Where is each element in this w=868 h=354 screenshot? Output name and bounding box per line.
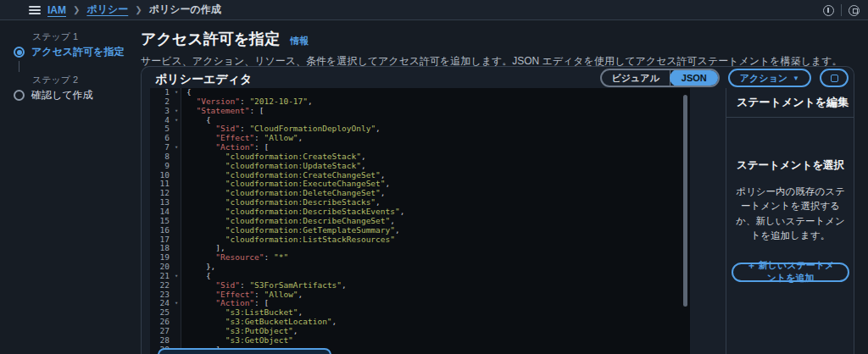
code-line: 3▾ "Statement": [ (150, 107, 690, 116)
chevron-right-icon: ❯ (73, 5, 80, 14)
window-icon (831, 75, 838, 82)
fold-arrow-icon[interactable]: ▾ (172, 88, 181, 97)
policy-editor-container: ポリシーエディタ ビジュアル JSON アクション ▼ 1▾{2 "Versio… (141, 66, 854, 354)
fold-arrow-icon[interactable]: ▾ (172, 116, 181, 125)
code-line: 19 "Resource": "*" (150, 253, 690, 263)
line-number: 9 (150, 162, 172, 171)
maximize-editor-button[interactable] (820, 69, 849, 87)
fold-gutter (172, 189, 181, 198)
info-link[interactable]: 情報 (291, 36, 309, 46)
fold-gutter (172, 308, 181, 318)
fold-gutter (172, 235, 181, 245)
fold-gutter (172, 207, 181, 217)
hamburger-menu-icon[interactable] (29, 4, 41, 16)
line-number: 16 (150, 226, 172, 235)
breadcrumb: IAM ❯ ポリシー ❯ ポリシーの作成 (47, 3, 221, 17)
fold-gutter (172, 253, 181, 263)
page-header: アクセス許可を指定 情報 サービス、アクション、リソース、条件を選択してアクセス… (141, 29, 853, 69)
code-line: 17 "cloudformation:ListStackResources" (150, 235, 690, 245)
policy-editor-title: ポリシーエディタ (155, 72, 252, 87)
json-code-editor[interactable]: 1▾{2 "Version": "2012-10-17",3▾ "Stateme… (150, 88, 690, 354)
statement-empty-title: ステートメントを選択 (732, 158, 849, 173)
editor-mode-toggle: ビジュアル JSON (600, 69, 720, 87)
add-statement-button[interactable]: ＋ 新しいステートメントを追加 (732, 263, 849, 282)
statement-empty-body: ポリシー内の既存のステートメントを選択するか、新しいステートメントを追加します。 (732, 185, 849, 243)
fold-gutter (172, 336, 181, 346)
editor-bottom-popup[interactable] (158, 348, 331, 354)
step2-title[interactable]: 確認して作成 (31, 88, 93, 102)
fold-gutter (172, 162, 181, 171)
line-number: 28 (150, 336, 172, 346)
fold-gutter (172, 171, 181, 180)
breadcrumb-link-policies[interactable]: ポリシー (86, 3, 128, 17)
wizard-steps-nav: ステップ 1 アクセス許可を指定 ステップ 2 確認して作成 (14, 30, 132, 102)
fold-arrow-icon[interactable]: ▾ (172, 272, 181, 281)
fold-gutter (172, 290, 181, 300)
divider (841, 4, 842, 16)
fold-gutter (172, 217, 181, 226)
fold-gutter (172, 226, 181, 235)
fold-gutter (172, 134, 181, 143)
step2-label: ステップ 2 (32, 74, 132, 86)
caret-down-icon: ▼ (793, 75, 799, 82)
fold-arrow-icon[interactable]: ▾ (172, 107, 181, 116)
fold-gutter (172, 152, 181, 162)
fold-gutter (172, 124, 181, 134)
radio-selected-icon (14, 47, 25, 58)
fold-gutter (172, 244, 181, 253)
statement-panel-header: ステートメントを編集 (726, 88, 854, 118)
info-circle-icon[interactable] (823, 5, 834, 16)
step-connector-line (19, 61, 19, 72)
actions-dropdown-button[interactable]: アクション ▼ (728, 69, 811, 87)
page-title: アクセス許可を指定 (141, 30, 280, 47)
breadcrumb-current: ポリシーの作成 (149, 3, 221, 17)
code-lines: 1▾{2 "Version": "2012-10-17",3▾ "Stateme… (150, 88, 690, 354)
line-number: 22 (150, 281, 172, 290)
breadcrumb-bar: IAM ❯ ポリシー ❯ ポリシーの作成 (0, 0, 868, 20)
policy-editor-header: ポリシーエディタ ビジュアル JSON アクション ▼ (142, 67, 854, 88)
toggle-visual[interactable]: ビジュアル (602, 70, 670, 86)
line-number: 3 (150, 107, 172, 116)
fold-gutter (172, 97, 181, 107)
editor-scrollbar-thumb[interactable] (683, 95, 687, 307)
gear-circle-icon[interactable] (849, 5, 860, 16)
fold-gutter (172, 318, 181, 327)
radio-unselected-icon (14, 90, 25, 101)
step1-row[interactable]: アクセス許可を指定 (14, 45, 132, 59)
code-line: 28 "s3:GetObject" (150, 336, 690, 346)
fold-gutter (172, 263, 181, 272)
fold-arrow-icon[interactable]: ▾ (172, 143, 181, 152)
chevron-right-icon: ❯ (135, 5, 142, 14)
fold-arrow-icon[interactable]: ▾ (172, 299, 181, 308)
fold-gutter (172, 281, 181, 290)
fold-gutter (172, 180, 181, 189)
code-line: 20 }, (150, 263, 690, 272)
fold-gutter (172, 327, 181, 336)
step1-title[interactable]: アクセス許可を指定 (31, 45, 124, 59)
statement-panel: ステートメントを編集 ステートメントを選択 ポリシー内の既存のステートメントを選… (726, 88, 854, 354)
breadcrumb-link-iam[interactable]: IAM (47, 4, 66, 16)
step2-row[interactable]: 確認して作成 (14, 88, 132, 102)
fold-gutter (172, 198, 181, 207)
statement-empty-state: ステートメントを選択 ポリシー内の既存のステートメントを選択するか、新しいステー… (726, 158, 854, 282)
toggle-json[interactable]: JSON (670, 69, 719, 86)
step1-label: ステップ 1 (32, 30, 132, 43)
